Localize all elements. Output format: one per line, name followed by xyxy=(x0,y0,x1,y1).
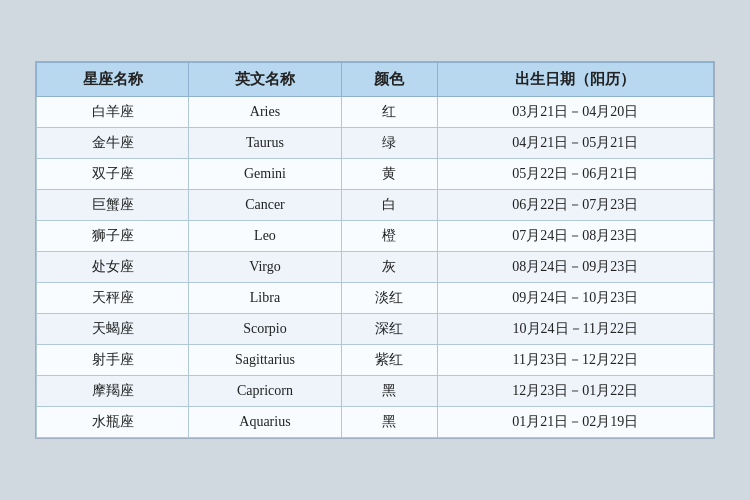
cell-r0-c2: 红 xyxy=(341,97,437,128)
table-row: 天蝎座Scorpio深红10月24日－11月22日 xyxy=(37,314,714,345)
column-header-0: 星座名称 xyxy=(37,63,189,97)
table-row: 天秤座Libra淡红09月24日－10月23日 xyxy=(37,283,714,314)
cell-r1-c1: Taurus xyxy=(189,128,341,159)
cell-r8-c1: Sagittarius xyxy=(189,345,341,376)
cell-r5-c1: Virgo xyxy=(189,252,341,283)
table-header-row: 星座名称英文名称颜色出生日期（阳历） xyxy=(37,63,714,97)
cell-r4-c0: 狮子座 xyxy=(37,221,189,252)
table-row: 射手座Sagittarius紫红11月23日－12月22日 xyxy=(37,345,714,376)
table-row: 金牛座Taurus绿04月21日－05月21日 xyxy=(37,128,714,159)
table-row: 双子座Gemini黄05月22日－06月21日 xyxy=(37,159,714,190)
table-row: 处女座Virgo灰08月24日－09月23日 xyxy=(37,252,714,283)
cell-r8-c0: 射手座 xyxy=(37,345,189,376)
cell-r3-c0: 巨蟹座 xyxy=(37,190,189,221)
column-header-3: 出生日期（阳历） xyxy=(437,63,713,97)
cell-r4-c1: Leo xyxy=(189,221,341,252)
cell-r3-c1: Cancer xyxy=(189,190,341,221)
cell-r2-c1: Gemini xyxy=(189,159,341,190)
cell-r8-c2: 紫红 xyxy=(341,345,437,376)
cell-r1-c0: 金牛座 xyxy=(37,128,189,159)
cell-r10-c1: Aquarius xyxy=(189,407,341,438)
cell-r10-c2: 黑 xyxy=(341,407,437,438)
cell-r1-c2: 绿 xyxy=(341,128,437,159)
cell-r6-c3: 09月24日－10月23日 xyxy=(437,283,713,314)
cell-r0-c3: 03月21日－04月20日 xyxy=(437,97,713,128)
cell-r0-c1: Aries xyxy=(189,97,341,128)
cell-r6-c1: Libra xyxy=(189,283,341,314)
cell-r1-c3: 04月21日－05月21日 xyxy=(437,128,713,159)
table-body: 白羊座Aries红03月21日－04月20日金牛座Taurus绿04月21日－0… xyxy=(37,97,714,438)
cell-r7-c1: Scorpio xyxy=(189,314,341,345)
table-row: 巨蟹座Cancer白06月22日－07月23日 xyxy=(37,190,714,221)
cell-r6-c0: 天秤座 xyxy=(37,283,189,314)
cell-r6-c2: 淡红 xyxy=(341,283,437,314)
cell-r2-c3: 05月22日－06月21日 xyxy=(437,159,713,190)
column-header-1: 英文名称 xyxy=(189,63,341,97)
cell-r10-c0: 水瓶座 xyxy=(37,407,189,438)
zodiac-table: 星座名称英文名称颜色出生日期（阳历） 白羊座Aries红03月21日－04月20… xyxy=(36,62,714,438)
cell-r3-c2: 白 xyxy=(341,190,437,221)
cell-r7-c2: 深红 xyxy=(341,314,437,345)
cell-r9-c2: 黑 xyxy=(341,376,437,407)
column-header-2: 颜色 xyxy=(341,63,437,97)
cell-r8-c3: 11月23日－12月22日 xyxy=(437,345,713,376)
cell-r9-c0: 摩羯座 xyxy=(37,376,189,407)
table-row: 狮子座Leo橙07月24日－08月23日 xyxy=(37,221,714,252)
cell-r7-c3: 10月24日－11月22日 xyxy=(437,314,713,345)
cell-r2-c0: 双子座 xyxy=(37,159,189,190)
zodiac-table-container: 星座名称英文名称颜色出生日期（阳历） 白羊座Aries红03月21日－04月20… xyxy=(35,61,715,439)
cell-r5-c0: 处女座 xyxy=(37,252,189,283)
cell-r5-c2: 灰 xyxy=(341,252,437,283)
cell-r7-c0: 天蝎座 xyxy=(37,314,189,345)
cell-r3-c3: 06月22日－07月23日 xyxy=(437,190,713,221)
cell-r4-c3: 07月24日－08月23日 xyxy=(437,221,713,252)
table-row: 水瓶座Aquarius黑01月21日－02月19日 xyxy=(37,407,714,438)
table-row: 摩羯座Capricorn黑12月23日－01月22日 xyxy=(37,376,714,407)
cell-r9-c3: 12月23日－01月22日 xyxy=(437,376,713,407)
cell-r0-c0: 白羊座 xyxy=(37,97,189,128)
cell-r9-c1: Capricorn xyxy=(189,376,341,407)
table-row: 白羊座Aries红03月21日－04月20日 xyxy=(37,97,714,128)
cell-r10-c3: 01月21日－02月19日 xyxy=(437,407,713,438)
cell-r5-c3: 08月24日－09月23日 xyxy=(437,252,713,283)
cell-r4-c2: 橙 xyxy=(341,221,437,252)
cell-r2-c2: 黄 xyxy=(341,159,437,190)
